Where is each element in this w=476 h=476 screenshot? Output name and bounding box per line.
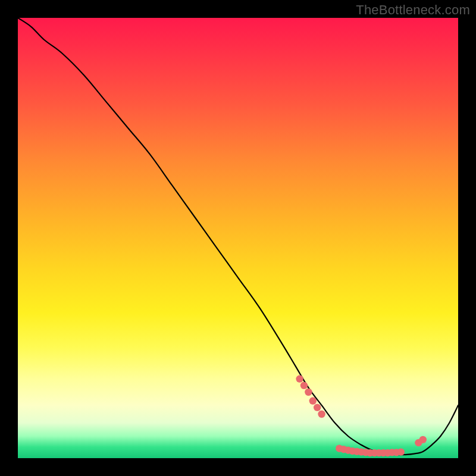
bottleneck-curve [18,18,458,455]
curve-marker [397,448,405,455]
curve-marker [318,411,325,418]
curve-marker [419,436,427,443]
chart-frame: TheBottleneck.com [0,0,476,476]
curve-marker [296,375,303,383]
watermark-text: TheBottleneck.com [356,2,470,18]
curve-marker [309,397,317,405]
curve-svg [18,18,458,458]
curve-marker [305,389,312,396]
curve-marker [300,382,308,389]
curve-marker [314,404,321,411]
plot-area [18,18,458,458]
